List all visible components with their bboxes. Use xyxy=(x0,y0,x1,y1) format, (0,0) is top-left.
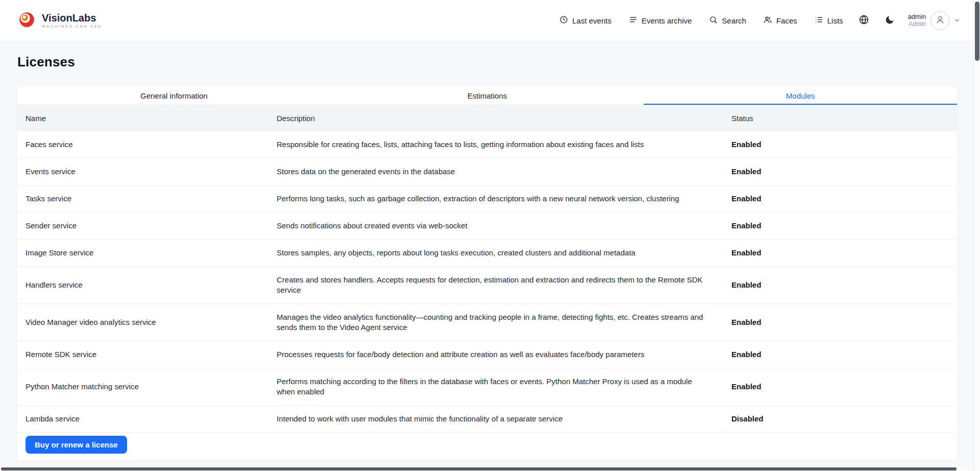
chevron-down-icon xyxy=(954,17,960,23)
nav-label: Faces xyxy=(776,16,797,25)
dark-mode-toggle[interactable] xyxy=(885,15,895,27)
top-nav: VisionLabs MACHINES CAN SEE Last events … xyxy=(0,0,973,41)
module-status: Enabled xyxy=(723,309,957,336)
module-name: Faces service xyxy=(17,131,268,158)
module-name: Python Matcher matching service xyxy=(17,373,268,400)
table-row: Faces service Responsible for creating f… xyxy=(17,131,957,158)
tab-estimations[interactable]: Estimations xyxy=(331,86,644,105)
horizontal-scrollbar[interactable] xyxy=(0,467,973,471)
module-name: Events service xyxy=(17,158,268,185)
module-description: Stores samples, any objects, reports abo… xyxy=(268,240,723,266)
vertical-scrollbar[interactable] xyxy=(973,0,980,471)
module-status: Enabled xyxy=(723,240,957,266)
module-description: Intended to work with user modules that … xyxy=(268,406,723,432)
table-row: Events service Stores data on the genera… xyxy=(17,158,957,185)
tab-general-information[interactable]: General information xyxy=(17,86,331,105)
module-status: Enabled xyxy=(723,272,957,298)
tab-modules[interactable]: Modules xyxy=(644,86,957,105)
page-title: Licenses xyxy=(17,54,973,70)
column-header-name: Name xyxy=(17,114,268,123)
module-status: Enabled xyxy=(723,131,957,158)
table-row: Lambda service Intended to work with use… xyxy=(17,406,957,433)
main-content: Licenses General information Estimations… xyxy=(0,41,973,461)
module-status: Enabled xyxy=(723,373,957,400)
person-icon xyxy=(935,14,946,27)
brand-name: VisionLabs xyxy=(42,12,102,23)
nav-label: Lists xyxy=(827,16,843,25)
app-window: VisionLabs MACHINES CAN SEE Last events … xyxy=(0,0,980,471)
table-row: Remote SDK service Processes requests fo… xyxy=(17,341,957,368)
visionlabs-logo-icon xyxy=(17,10,36,31)
module-name: Image Store service xyxy=(17,240,268,266)
search-icon xyxy=(709,15,718,26)
column-header-status: Status xyxy=(723,114,957,123)
user-names: admin Admin xyxy=(908,13,926,28)
nav-label: Last events xyxy=(572,16,611,25)
brand[interactable]: VisionLabs MACHINES CAN SEE xyxy=(17,10,102,31)
table-row: Handlers service Creates and stores hand… xyxy=(17,267,957,304)
lists-icon xyxy=(815,15,823,26)
module-status: Enabled xyxy=(723,185,957,212)
module-description: Performs long tasks, such as garbage col… xyxy=(268,185,723,212)
module-name: Lambda service xyxy=(17,406,268,432)
header-right: Last events Events archive Search xyxy=(559,11,960,30)
module-description: Processes requests for face/body detecti… xyxy=(268,341,723,368)
nav-label: Events archive xyxy=(642,16,692,25)
horizontal-scrollbar-thumb[interactable] xyxy=(1,467,957,470)
user-name: admin xyxy=(908,13,926,20)
tab-bar: General information Estimations Modules xyxy=(17,86,957,105)
module-name: Handlers service xyxy=(17,272,268,298)
table-row: Python Matcher matching service Performs… xyxy=(17,368,957,406)
module-description: Sends notifications about created events… xyxy=(268,213,723,239)
card-footer: Buy or renew a license xyxy=(17,433,957,461)
brand-tagline: MACHINES CAN SEE xyxy=(42,24,102,29)
table-body: Faces service Responsible for creating f… xyxy=(17,131,957,433)
module-name: Sender service xyxy=(17,213,268,239)
brand-text: VisionLabs MACHINES CAN SEE xyxy=(42,12,102,29)
user-menu[interactable]: admin Admin xyxy=(908,11,960,30)
module-name: Remote SDK service xyxy=(17,341,268,368)
module-status: Enabled xyxy=(723,341,957,368)
module-name: Video Manager video analytics service xyxy=(17,309,268,336)
table-row: Tasks service Performs long tasks, such … xyxy=(17,185,957,213)
module-description: Responsible for creating faces, lists, a… xyxy=(268,131,723,158)
module-description: Stores data on the generated events in t… xyxy=(268,158,723,185)
language-globe-button[interactable] xyxy=(859,14,869,27)
module-description: Creates and stores handlers. Accepts req… xyxy=(268,267,723,303)
vertical-scrollbar-thumb[interactable] xyxy=(975,2,979,61)
archive-list-icon xyxy=(629,15,638,26)
table-row: Sender service Sends notifications about… xyxy=(17,213,957,240)
main-nav: Last events Events archive Search xyxy=(559,15,843,26)
user-role: Admin xyxy=(908,20,926,28)
faces-icon xyxy=(764,15,772,26)
table-row: Video Manager video analytics service Ma… xyxy=(17,304,957,341)
module-status: Disabled xyxy=(723,406,957,432)
column-header-description: Description xyxy=(268,114,723,123)
module-description: Performs matching according to the filte… xyxy=(268,368,723,405)
nav-faces[interactable]: Faces xyxy=(764,15,797,26)
module-status: Enabled xyxy=(723,213,957,239)
table-row: Image Store service Stores samples, any … xyxy=(17,240,957,267)
nav-label: Search xyxy=(722,16,746,25)
nav-events-archive[interactable]: Events archive xyxy=(629,15,692,26)
nav-search[interactable]: Search xyxy=(709,15,746,26)
licenses-card: General information Estimations Modules … xyxy=(17,86,957,461)
moon-icon xyxy=(885,15,895,27)
table-header: Name Description Status xyxy=(17,105,957,131)
nav-lists[interactable]: Lists xyxy=(815,15,843,26)
nav-last-events[interactable]: Last events xyxy=(559,15,611,26)
clock-icon xyxy=(559,15,568,26)
module-description: Manages the video analytics functionalit… xyxy=(268,304,723,341)
module-name: Tasks service xyxy=(17,185,268,212)
buy-license-button[interactable]: Buy or renew a license xyxy=(26,436,127,454)
globe-icon xyxy=(859,14,869,27)
avatar[interactable] xyxy=(930,11,949,30)
module-status: Enabled xyxy=(723,158,957,185)
